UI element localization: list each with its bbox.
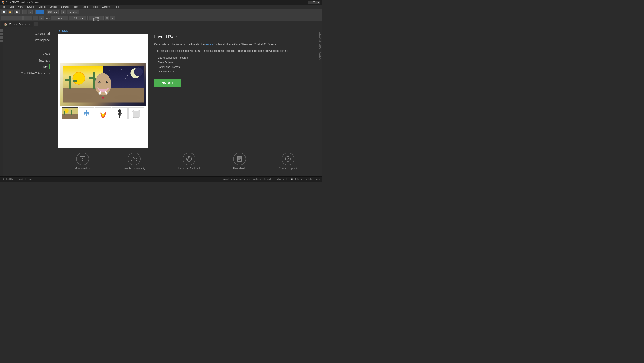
- prop-btn-3[interactable]: ↑↓: [33, 16, 38, 20]
- menu-view[interactable]: View: [17, 5, 24, 8]
- minimize-button[interactable]: —: [308, 1, 312, 4]
- svg-rect-5: [65, 79, 69, 81]
- add-tab-button[interactable]: +: [34, 22, 38, 26]
- tab-bar: 🏠 Welcome Screen ✕ +: [0, 21, 322, 27]
- tool-2[interactable]: [0, 33, 3, 35]
- status-bar-right: Drag colors (or objects) here to store t…: [221, 178, 320, 180]
- units-dropdown[interactable]: mm ▾: [51, 16, 68, 20]
- nav-workspace[interactable]: Workspace: [35, 38, 50, 42]
- welcome-screen-tab[interactable]: 🏠 Welcome Screen ✕: [1, 22, 33, 27]
- snap-btn[interactable]: ⊞ Snap ▾: [47, 10, 58, 14]
- tab-label: Welcome Screen: [8, 23, 26, 26]
- svg-point-11: [115, 73, 116, 74]
- title-bar: 🎨 CorelDRAW - Welcome Screen — ❐ ✕: [0, 0, 322, 5]
- menu-effects[interactable]: Effects: [49, 5, 58, 8]
- objects-panel-label[interactable]: Objects: [318, 52, 322, 60]
- thumbnail-1[interactable]: [62, 107, 78, 119]
- redo-btn[interactable]: ↪: [28, 10, 32, 14]
- footer-community[interactable]: Join the community: [123, 152, 145, 170]
- thumbnail-2[interactable]: ❄: [78, 107, 94, 119]
- tool-hints-label[interactable]: Tool Hints: [6, 178, 15, 180]
- footer-feedback[interactable]: Ideas and feedback: [178, 152, 200, 170]
- svg-point-12: [121, 69, 122, 70]
- svg-point-46: [188, 159, 188, 160]
- svg-rect-4: [69, 76, 71, 90]
- tool-3[interactable]: [0, 36, 3, 39]
- measurement-btn[interactable]: 0.001 mm ▾: [69, 16, 86, 20]
- category-1: Backgrounds and Textures: [158, 56, 311, 60]
- open-btn[interactable]: 📂: [8, 10, 13, 14]
- svg-point-13: [127, 75, 128, 76]
- nav-get-started[interactable]: Get Started: [34, 31, 50, 36]
- size-values[interactable]: 5.0 mm5.0 mm: [89, 16, 104, 20]
- menu-window[interactable]: Window: [101, 5, 111, 8]
- menu-edit[interactable]: Edit: [9, 5, 15, 8]
- title-bar-left: 🎨 CorelDRAW - Welcome Screen: [2, 1, 38, 4]
- nav-news[interactable]: News: [42, 52, 50, 57]
- svg-rect-8: [89, 77, 93, 79]
- undo-btn[interactable]: ↩: [22, 10, 27, 14]
- svg-point-25: [99, 82, 100, 83]
- detail-view: ❄: [58, 34, 314, 148]
- nav-sidebar: Get Started Workspace News Tutorials Sto…: [3, 27, 54, 176]
- new-file-btn[interactable]: 📄: [1, 10, 7, 14]
- menu-layout[interactable]: Layout: [26, 5, 35, 8]
- svg-rect-39: [81, 161, 84, 161]
- object-info-label[interactable]: Object Information: [17, 178, 34, 180]
- image-panel: ❄: [58, 34, 148, 148]
- category-2: Blank Objects: [158, 60, 311, 65]
- footer-contact-support[interactable]: ? Contact support: [279, 152, 297, 170]
- main-area: Get Started Workspace News Tutorials Sto…: [0, 27, 322, 176]
- categories-list: Backgrounds and Textures Blank Objects B…: [154, 56, 311, 74]
- restore-button[interactable]: ❐: [312, 1, 316, 4]
- thumbnail-3[interactable]: [95, 107, 111, 119]
- crop-btn[interactable]: ⊞: [104, 16, 109, 20]
- footer-tutorials[interactable]: More tutorials: [75, 152, 90, 170]
- svg-marker-40: [82, 158, 84, 159]
- menu-tools[interactable]: Tools: [91, 5, 98, 8]
- properties-panel-label[interactable]: Properties: [318, 31, 322, 42]
- launch-btn[interactable]: Launch ▾: [67, 10, 79, 14]
- nav-store[interactable]: Store: [42, 64, 50, 70]
- content-panel: ◀ Back: [54, 27, 318, 176]
- title-bar-controls[interactable]: — ❐ ✕: [308, 1, 320, 4]
- save-btn[interactable]: 💾: [14, 10, 20, 14]
- thumbnails-row: ❄: [62, 107, 144, 119]
- thumbnail-4[interactable]: [112, 107, 128, 119]
- tool-1[interactable]: [0, 30, 3, 32]
- tutorials-icon: [76, 152, 89, 165]
- menu-object[interactable]: Object: [38, 5, 46, 8]
- menu-help[interactable]: Help: [114, 5, 120, 8]
- thumbnail-5[interactable]: [128, 107, 144, 119]
- pack-description-1: Once installed, the items can be found i…: [154, 42, 311, 46]
- menu-bitmaps[interactable]: Bitmaps: [60, 5, 70, 8]
- units-label: Units:: [45, 17, 50, 20]
- settings-btn[interactable]: ⚙: [61, 10, 66, 14]
- prop-btn-4[interactable]: ↔: [39, 16, 44, 20]
- color-picker-btn[interactable]: [35, 10, 44, 14]
- back-button[interactable]: ◀ Back: [58, 29, 314, 32]
- prop-btn-2[interactable]: [24, 16, 32, 20]
- fill-color-group: ▣ Fill Color: [291, 178, 302, 180]
- contact-support-label: Contact support: [279, 167, 297, 170]
- bottom-footer: More tutorials: [58, 148, 314, 174]
- right-panel: Properties Layers Objects: [318, 27, 322, 176]
- install-button[interactable]: INSTALL: [154, 79, 181, 87]
- menu-text[interactable]: Text: [73, 5, 79, 8]
- footer-user-guide[interactable]: User Guide: [233, 152, 246, 170]
- user-guide-label: User Guide: [233, 167, 246, 170]
- tool-4[interactable]: [0, 40, 3, 42]
- assets-link[interactable]: Assets: [205, 43, 214, 46]
- prop-btn-1[interactable]: [1, 16, 22, 20]
- nav-tutorials[interactable]: Tutorials: [38, 58, 50, 63]
- add-btn[interactable]: ＋: [110, 16, 115, 20]
- close-button[interactable]: ✕: [316, 1, 320, 4]
- menu-file[interactable]: File: [1, 5, 6, 8]
- tab-close-icon[interactable]: ✕: [28, 23, 30, 26]
- layers-panel-label[interactable]: Layers: [318, 43, 322, 51]
- main-preview-image[interactable]: [60, 63, 146, 106]
- nav-academy[interactable]: CorelDRAW Academy: [21, 71, 50, 76]
- drag-hint-text: Drag colors (or objects) here to store t…: [221, 178, 287, 180]
- menu-table[interactable]: Table: [82, 5, 89, 8]
- app-logo-icon: 🎨: [2, 1, 5, 4]
